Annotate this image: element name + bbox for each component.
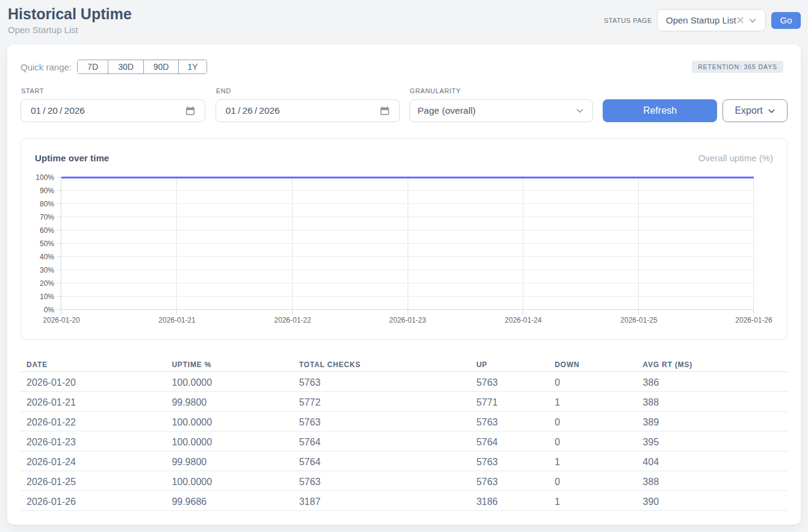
svg-text:80%: 80% xyxy=(40,200,54,208)
svg-text:90%: 90% xyxy=(40,187,54,195)
svg-text:60%: 60% xyxy=(40,226,54,235)
svg-text:0%: 0% xyxy=(44,306,55,314)
svg-text:2026-01-26: 2026-01-26 xyxy=(735,316,772,324)
svg-text:2026-01-23: 2026-01-23 xyxy=(389,316,426,324)
svg-text:100%: 100% xyxy=(36,173,54,182)
svg-text:2026-01-21: 2026-01-21 xyxy=(158,316,196,324)
svg-text:2026-01-22: 2026-01-22 xyxy=(274,316,311,324)
svg-text:50%: 50% xyxy=(40,240,54,248)
svg-text:2026-01-20: 2026-01-20 xyxy=(43,316,80,324)
svg-text:70%: 70% xyxy=(40,213,54,221)
svg-text:2026-01-25: 2026-01-25 xyxy=(620,316,657,324)
svg-text:30%: 30% xyxy=(40,266,54,274)
svg-text:10%: 10% xyxy=(40,292,54,301)
svg-text:2026-01-24: 2026-01-24 xyxy=(505,316,542,324)
svg-text:20%: 20% xyxy=(40,279,54,288)
svg-text:40%: 40% xyxy=(40,253,54,261)
